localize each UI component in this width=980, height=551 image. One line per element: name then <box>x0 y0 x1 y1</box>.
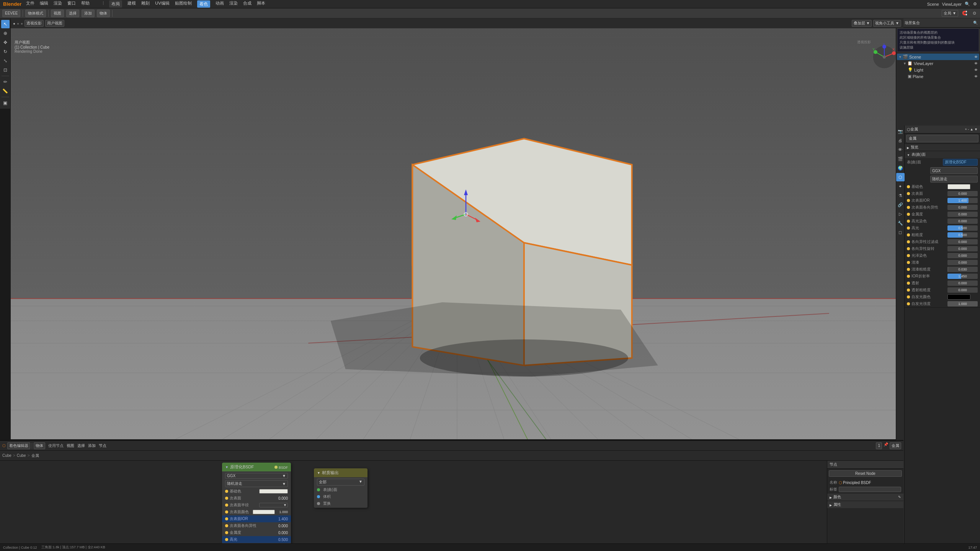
viewport-mode[interactable]: 透视投影 <box>24 20 44 27</box>
ne-type-select[interactable]: 着色编辑器 <box>7 442 30 449</box>
move-tool[interactable]: ✥ <box>1 38 10 47</box>
outliner-item-plane[interactable]: ▣ Plane 👁 <box>906 73 979 80</box>
trans-rough-bar[interactable]: 0.000 <box>947 287 978 293</box>
emission-swatch[interactable] <box>947 294 970 300</box>
search-icon[interactable]: 🔍 <box>965 2 970 7</box>
viewport-shading-solid[interactable]: ● <box>13 21 15 26</box>
prop-tab-render[interactable]: 📷 <box>896 127 905 135</box>
outliner-item-scene[interactable]: ▼ 🎬 Scene 👁 <box>897 54 979 60</box>
ne-node-btn[interactable]: 节点 <box>99 443 106 448</box>
prop-tab-constraints[interactable]: 🔗 <box>896 201 905 209</box>
transform-tool[interactable]: ⊡ <box>1 66 10 74</box>
preview-toggle[interactable]: 预览 <box>905 144 980 151</box>
node-ss-val[interactable]: 0.000 <box>273 496 288 500</box>
measure-tool[interactable]: 📏 <box>1 87 10 95</box>
nav-gizmo[interactable]: X Y Z <box>871 44 898 70</box>
random-walk-dropdown[interactable]: 随机游走 <box>930 176 978 183</box>
metallic-bar[interactable]: 0.000 <box>947 212 978 217</box>
prop-tab-modifiers[interactable]: 🔧 <box>896 219 905 227</box>
prop-tab-physics[interactable]: ⚗ <box>896 191 905 200</box>
material-name-input[interactable]: 金属 <box>906 135 978 142</box>
outliner-filter[interactable]: 🔍 <box>973 21 978 25</box>
prop-tab-output[interactable]: 🖨 <box>896 136 905 145</box>
tab-modeling[interactable]: 建模 <box>127 0 136 8</box>
settings-icon[interactable]: ⚙ <box>973 2 977 7</box>
menu-render[interactable]: 渲染 <box>54 0 62 8</box>
plane-vis[interactable]: 👁 <box>974 75 978 78</box>
tab-layout[interactable]: 布局 <box>109 0 122 8</box>
viewport-view[interactable]: 用户视图 <box>45 20 64 27</box>
tab-animation[interactable]: 动画 <box>216 0 224 8</box>
rotate-tool[interactable]: ↻ <box>1 47 10 56</box>
bc-cube2[interactable]: Cube <box>17 453 26 458</box>
viewport-shading-rendered[interactable]: ● <box>21 21 23 26</box>
node-color-section-header[interactable]: 颜色 ✎ <box>827 494 903 500</box>
aniso-bar[interactable]: 0.000 <box>947 239 978 245</box>
surface-toggle[interactable]: 表(曲)面 <box>905 151 980 158</box>
node-distribution-select[interactable]: GGX ▼ <box>225 473 288 479</box>
ne-add-btn[interactable]: 添加 <box>88 443 96 448</box>
scale-tool[interactable]: ⤡ <box>1 57 10 65</box>
menu-window[interactable]: 窗口 <box>67 0 76 8</box>
ne-object-btn[interactable]: 物体 <box>34 442 45 449</box>
add-cube-tool[interactable]: ▣ <box>1 99 10 107</box>
roughness-bar[interactable]: 0.500 <box>947 232 978 238</box>
bc-cube1[interactable]: Cube <box>2 453 11 458</box>
tab-render2[interactable]: 渲染 <box>229 0 238 8</box>
snap-btn[interactable]: 🧲 <box>962 11 967 16</box>
bc-material[interactable]: 金属 <box>31 453 39 458</box>
node-label-input[interactable] <box>839 487 901 492</box>
ne-material-btn[interactable]: 金属 <box>890 442 901 449</box>
light-vis[interactable]: 👁 <box>974 68 978 72</box>
sheen-tint-bar[interactable]: 0.000 <box>947 253 978 258</box>
node-base-color-input[interactable] <box>259 489 288 494</box>
prop-tab-object[interactable]: ◻ <box>896 228 905 236</box>
node-ss-ior-val[interactable]: 1.400 <box>273 517 288 521</box>
tab-sculpt[interactable]: 雕刻 <box>141 0 150 8</box>
global-dropdown[interactable]: 全局 ▼ <box>942 10 958 17</box>
cursor-tool[interactable]: ⊕ <box>1 29 10 37</box>
prop-tab-world[interactable]: 🌍 <box>896 164 905 172</box>
menu-edit[interactable]: 编辑 <box>40 0 48 8</box>
prop-tab-scene[interactable]: 🎬 <box>896 155 905 163</box>
cc-rough-bar[interactable]: 0.030 <box>947 267 978 272</box>
specular-bar[interactable]: 0.500 <box>947 225 978 231</box>
principled-bsdf-node[interactable]: ▼ 原理化BSDF BSDF GGX ▼ 随机游 <box>222 463 291 551</box>
ss-aniso-bar[interactable]: 0.000 <box>947 205 978 210</box>
node-name-value[interactable]: Principled BSDF <box>843 481 871 485</box>
select-tool[interactable]: ↖ <box>1 20 10 28</box>
tab-composite[interactable]: 合成 <box>243 0 252 8</box>
aniso-rot-bar[interactable]: 0.000 <box>947 246 978 251</box>
ne-pin-icon[interactable]: 📌 <box>884 442 888 449</box>
viewport-3d[interactable]: ● ● ● 透视投影 用户视图 叠加层 ▼ 视角小工具 ▼ <box>11 18 903 439</box>
surface-shader-value[interactable]: 原理化BSDF <box>943 159 978 166</box>
subsurface-bar[interactable]: 0.000 <box>947 191 978 196</box>
object-btn[interactable]: 物体 <box>97 10 110 17</box>
ior-bar[interactable]: 1.450 <box>947 274 978 279</box>
node-spec-val[interactable]: 0.500 <box>273 538 288 542</box>
add-btn[interactable]: 添加 <box>82 10 95 17</box>
outliner-item-light[interactable]: 💡 Light 👁 <box>906 67 979 73</box>
mode-selector[interactable]: 物体模式 <box>25 10 46 17</box>
prop-tab-particles[interactable]: ✦ <box>896 182 905 191</box>
matout-collapse[interactable]: ▼ <box>317 471 320 475</box>
menu-help[interactable]: 帮助 <box>81 0 90 8</box>
node-ss-rad-select[interactable]: ▼ <box>259 503 288 507</box>
ne-view-btn[interactable]: 视图 <box>67 443 74 448</box>
node-ss-aniso-val[interactable]: 0.000 <box>273 524 288 528</box>
node-ss-color-input[interactable] <box>253 510 275 514</box>
principled-collapse[interactable]: ▼ <box>225 465 229 469</box>
ne-select-btn[interactable]: 选择 <box>77 443 85 448</box>
matout-category-select[interactable]: 全部 ▼ <box>317 479 364 486</box>
menu-file[interactable]: 文件 <box>26 0 34 8</box>
emission-str-bar[interactable]: 1.000 <box>947 301 978 306</box>
spec-tint-bar[interactable]: 0.000 <box>947 218 978 224</box>
annotate-tool[interactable]: ✏ <box>1 78 10 86</box>
select-btn[interactable]: 选择 <box>66 10 79 17</box>
prop-tab-view[interactable]: 👁 <box>896 145 905 154</box>
proportional-btn[interactable]: ⊙ <box>973 11 976 16</box>
scene-visibility[interactable]: 👁 <box>974 55 978 59</box>
viewport-gizmo-btn[interactable]: 视角小工具 ▼ <box>873 20 901 27</box>
tab-shading[interactable]: 着色 <box>197 0 210 8</box>
trans-bar[interactable]: 0.000 <box>947 280 978 286</box>
